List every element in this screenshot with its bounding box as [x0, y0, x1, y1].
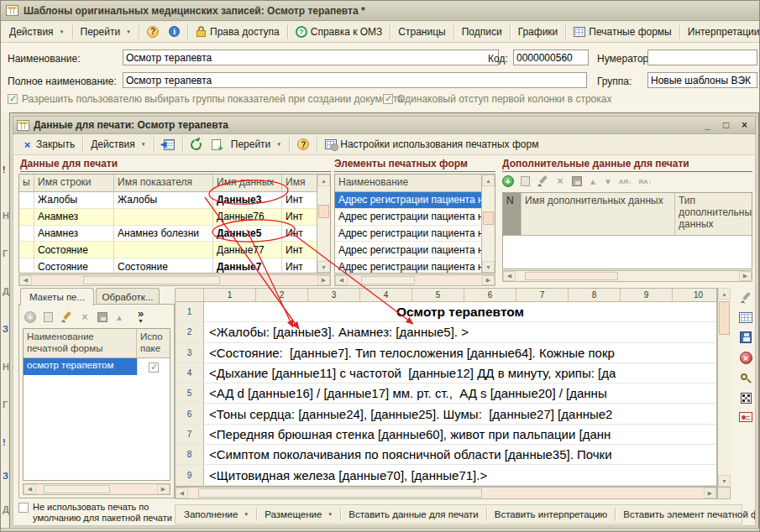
template-text-editor[interactable]: 1 2 3 4 5 6 7 8 9 10 1Осмотр терапевтом …	[175, 288, 731, 499]
editor-row[interactable]: 6<Тоны сердца: [данные24], [данные25]. Ш…	[176, 404, 716, 424]
scroll-up-icon[interactable]: ▲	[317, 175, 330, 186]
no-default-print-checkbox[interactable]: Не использовать печать по умолчанию для …	[18, 502, 176, 524]
editor-column-header[interactable]: 2	[256, 289, 308, 301]
add-document-button[interactable]	[207, 138, 226, 152]
tab-processing[interactable]: Обработк...	[96, 288, 160, 305]
delete-icon[interactable]: ×	[80, 311, 90, 323]
access-rights-button[interactable]: Права доступа	[191, 24, 285, 39]
dialog-actions-menu-button[interactable]: Действия	[86, 137, 151, 152]
scroll-thumb[interactable]	[318, 205, 329, 218]
add-icon[interactable]	[502, 175, 514, 187]
move-up-icon[interactable]: ▲	[589, 177, 597, 186]
scroll-left-icon[interactable]: ◀	[503, 271, 516, 281]
table-row[interactable]: Адрес регистрации пациента на	[335, 258, 495, 274]
vertical-scrollbar[interactable]: ▲ ▼	[717, 288, 731, 487]
insert-form-element-button[interactable]: Вставить элемент печатной формы	[618, 508, 756, 521]
minimize-icon[interactable]: _	[700, 119, 715, 131]
horizontal-scrollbar[interactable]: ◀ ▶	[175, 487, 717, 499]
refresh-button[interactable]	[186, 138, 207, 152]
scroll-right-icon[interactable]: ▶	[739, 271, 752, 281]
scroll-thumb[interactable]	[361, 276, 415, 284]
edit-pencil-icon[interactable]	[740, 292, 752, 304]
fill-menu-button[interactable]: Заполнение	[179, 508, 254, 521]
code-input[interactable]	[513, 50, 589, 65]
scroll-thumb[interactable]	[83, 276, 220, 284]
editor-column-header[interactable]: 5	[412, 289, 464, 301]
editor-rows[interactable]: 1Осмотр терапевтом 2<Жалобы: [данные3]. …	[175, 302, 717, 487]
group-input[interactable]	[647, 72, 757, 88]
editor-column-header[interactable]: 8	[569, 289, 621, 301]
print-form-settings-button[interactable]: Настройки использования печатных форм	[320, 137, 543, 152]
scroll-thumb[interactable]	[483, 211, 494, 225]
name-input[interactable]	[123, 50, 499, 65]
tab-layouts[interactable]: Макеты пе...	[20, 288, 94, 305]
editor-row[interactable]: 8<Симптом поколачивания по поясничной об…	[176, 445, 716, 465]
vertical-scrollbar[interactable]: ▲ ▼	[317, 175, 330, 273]
qr-code-icon[interactable]	[741, 393, 752, 404]
scroll-down-icon[interactable]: ▼	[718, 475, 731, 487]
dialog-titlebar[interactable]: Данные для печати: Осмотр терапевта _ □ …	[13, 116, 756, 134]
table-icon[interactable]	[739, 312, 752, 323]
close-button[interactable]: ×Закрыть	[17, 137, 80, 153]
delete-icon[interactable]: ×	[555, 175, 565, 187]
same-indent-checkbox[interactable]: Одинаковый отступ первой колонки в строк…	[383, 93, 611, 105]
placement-menu-button[interactable]: Размещение	[259, 508, 338, 521]
signatures-button[interactable]: Подписи	[457, 24, 507, 39]
scroll-up-icon[interactable]: ▲	[482, 175, 495, 186]
table-row[interactable]: осмотр терапевтом	[24, 358, 170, 375]
sort-ascending-icon[interactable]: АЯ↓	[619, 178, 632, 185]
scroll-left-icon[interactable]: ◀	[24, 484, 36, 494]
vertical-scrollbar[interactable]: ▲ ▼	[481, 175, 495, 273]
scroll-right-icon[interactable]: ▶	[317, 275, 330, 285]
table-row[interactable]: Адрес регистрации пациента на	[335, 226, 495, 243]
edit-pencil-icon[interactable]	[537, 175, 548, 187]
move-down-icon[interactable]: ▼	[604, 177, 612, 186]
editor-row[interactable]: 4<Дыхание [данные11] с частотой [данные1…	[176, 363, 716, 383]
omz-help-button[interactable]: Справка к ОМЗ	[291, 24, 388, 39]
editor-column-header[interactable]: 6	[464, 289, 516, 301]
editor-row[interactable]: 1Осмотр терапевтом	[176, 302, 716, 322]
scroll-right-icon[interactable]: ▶	[157, 484, 170, 494]
scroll-up-icon[interactable]: ▲	[718, 288, 731, 300]
table-row[interactable]: АнамнезДанные76Инт	[19, 209, 330, 226]
dialog-help-button[interactable]	[292, 137, 314, 152]
actions-menu-button[interactable]: Действия	[4, 24, 70, 39]
scroll-left-icon[interactable]: ◀	[176, 488, 188, 498]
move-up-icon[interactable]: ▲	[115, 313, 123, 322]
editor-row[interactable]: 9<Щитовидная железа [данные70], [данные7…	[176, 465, 716, 485]
sort-descending-icon[interactable]: ЯА↓	[638, 178, 652, 185]
scroll-down-icon[interactable]: ▼	[317, 261, 330, 273]
editor-column-header[interactable]: 3	[308, 289, 360, 301]
interpretations-button[interactable]: Интерпретации	[683, 24, 760, 39]
table-row[interactable]: Адрес регистрации пациента на	[335, 242, 495, 258]
scroll-thumb[interactable]	[525, 272, 619, 280]
horizontal-scrollbar[interactable]: ◀ ▶	[18, 274, 331, 286]
table-row[interactable]: СостояниеДанные77Инт	[19, 242, 330, 258]
editor-column-header[interactable]: 10	[673, 289, 717, 301]
maximize-icon[interactable]: □	[719, 119, 733, 131]
editor-corner-cell[interactable]	[176, 289, 204, 301]
pages-button[interactable]: Страницы	[393, 24, 450, 39]
allow-groups-checkbox[interactable]: Разрешить пользователю выбирать группы п…	[8, 93, 403, 105]
editor-column-header[interactable]: 4	[360, 289, 412, 301]
editor-row[interactable]: 2<Жалобы: [данные3]. Анамнез: [данные5].…	[176, 322, 716, 342]
table-row[interactable]: Адрес регистрации пациента на	[335, 209, 495, 226]
used-in-package-checkbox[interactable]	[149, 362, 159, 373]
table-row[interactable]: Адрес регистрации пациента на	[335, 192, 495, 209]
editor-column-header[interactable]: 7	[516, 289, 569, 301]
table-row[interactable]: ЖалобыЖалобыДанные3Инт	[19, 192, 330, 209]
info-button[interactable]	[164, 24, 185, 39]
editor-row[interactable]: 7<Передняя брюшная стенка [данные60], жи…	[176, 425, 716, 445]
scroll-thumb[interactable]	[198, 488, 482, 498]
scroll-right-icon[interactable]: ▶	[482, 275, 495, 285]
save-icon[interactable]	[572, 176, 582, 186]
charts-button[interactable]: Графики	[513, 24, 563, 39]
help-button[interactable]	[142, 24, 164, 39]
horizontal-scrollbar[interactable]: ◀ ▶	[23, 483, 170, 495]
go-menu-button[interactable]: Перейти	[76, 24, 137, 39]
numerator-input[interactable]	[647, 50, 757, 65]
full-name-input[interactable]	[123, 72, 587, 88]
close-icon[interactable]: ×	[737, 119, 752, 131]
editor-column-header[interactable]: 1	[204, 289, 256, 301]
save-icon[interactable]	[97, 312, 107, 322]
